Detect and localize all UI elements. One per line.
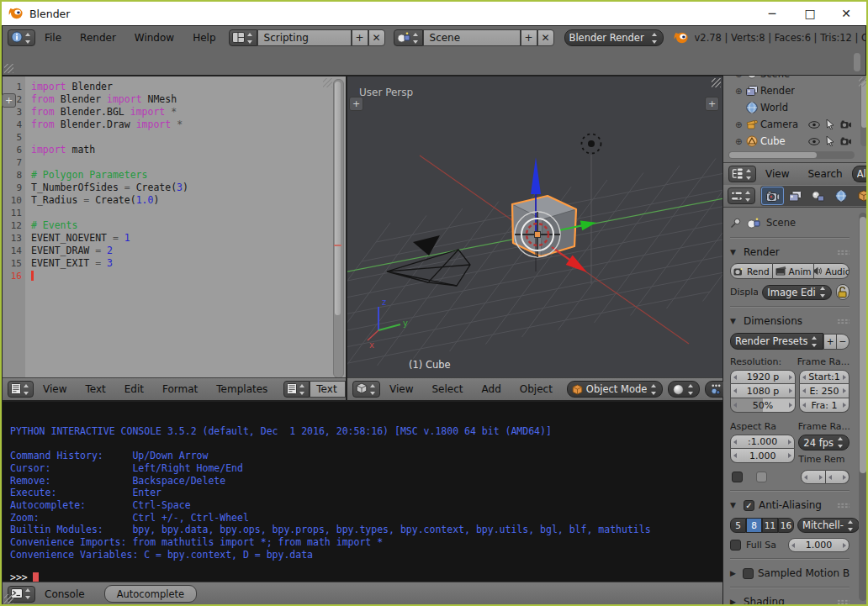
audio-button[interactable]: Audio [814,263,849,279]
tab-render[interactable] [761,187,784,205]
filter-size-field[interactable]: 1.000 [788,538,849,552]
menu-view[interactable]: View [380,383,422,395]
expand-icon[interactable]: ⊕ [735,137,746,146]
code-line[interactable] [31,156,332,169]
text-scrollbar-thumb[interactable] [335,82,341,315]
outliner-row-render[interactable]: ⊕Render [723,82,858,99]
add-layout-button[interactable]: + [352,29,368,46]
expand-icon[interactable]: ⊕ [735,87,746,96]
visibility-toggle-icon[interactable] [808,138,820,145]
aa-filter-dropdown[interactable]: Mitchell- [797,518,860,533]
renderability-toggle-icon[interactable] [840,120,851,129]
minimize-button[interactable]: ─ [754,2,791,25]
antialiasing-checkbox[interactable]: ✓ [744,500,754,511]
aa-sample-16[interactable]: 16 [778,518,794,533]
menu-templates[interactable]: Templates [207,383,277,395]
editor-type-button[interactable] [8,29,35,46]
code-line[interactable]: from Blender import NMesh [31,93,332,106]
frame-rate-dropdown[interactable]: 24 fps [798,435,849,451]
resolution-x-field[interactable]: 1920 p [730,370,796,384]
editor-type-button[interactable] [8,381,34,398]
manipulator-z-arrow[interactable] [531,157,541,194]
panel-grip[interactable] [837,503,849,509]
maximize-button[interactable]: □ [791,2,828,25]
outliner-row-cube[interactable]: ⊕Cube [723,133,858,150]
menu-view[interactable]: View [756,168,798,180]
aspect-x-field[interactable]: :1.000 [730,435,795,449]
lock-interface-button[interactable] [836,284,849,300]
code-line[interactable]: EVENT_EXIT = 3 [31,257,332,270]
crop-checkbox[interactable] [756,472,767,482]
panel-grip[interactable] [837,599,849,605]
area-corner-handle[interactable] [4,594,13,603]
code-line[interactable] [31,270,332,282]
motion-blur-checkbox[interactable] [743,568,754,579]
editor-type-button[interactable] [352,381,380,398]
code-line[interactable] [31,131,332,144]
tab-scene[interactable] [807,187,829,205]
camera-object[interactable] [387,235,470,286]
scene-field[interactable]: Scene [423,29,521,46]
screen-layout-field[interactable]: Scripting [257,29,352,46]
tab-world[interactable] [829,187,852,205]
code-line[interactable]: from Blender.BGL import * [31,106,332,119]
render-presets-dropdown[interactable]: Render Presets [730,333,823,350]
area-corner-handle[interactable] [4,64,13,73]
scene-browse-button[interactable] [394,29,423,46]
add-preset-button[interactable]: + [823,334,836,350]
text-scrollbar[interactable] [333,79,344,378]
code-line[interactable]: T_Radius = Create(1.0) [31,194,332,207]
visibility-toggle-icon[interactable] [808,121,820,129]
manipulator-y-arrow[interactable] [580,220,596,230]
area-corner-handle[interactable] [712,78,721,87]
render-button[interactable]: Rend [730,263,773,279]
properties-region-toggle[interactable]: + [705,97,719,111]
cube-object[interactable] [512,196,576,256]
editor-type-button[interactable] [728,187,755,204]
aspect-y-field[interactable]: 1.000 [730,449,795,463]
code-line[interactable]: # Events [31,219,332,232]
menu-search[interactable]: Search [798,168,851,180]
menu-object[interactable]: Object [511,383,562,395]
code-line[interactable]: import math [31,144,332,156]
expand-icon[interactable]: ⊕ [735,76,746,79]
menu-window[interactable]: Window [125,32,183,44]
remove-preset-button[interactable]: − [837,334,849,350]
render-engine-dropdown[interactable]: Blender Render [564,29,664,46]
panel-header-dimensions[interactable]: ▼ Dimensions [730,314,849,329]
renderability-toggle-icon[interactable] [840,137,851,145]
panel-grip[interactable] [837,250,849,256]
text-sidebar-toggle[interactable]: + [2,93,16,108]
expand-icon[interactable]: ⊕ [735,120,746,129]
selectability-toggle-icon[interactable] [826,136,834,146]
full-sample-checkbox[interactable] [730,540,741,551]
resolution-percentage-slider[interactable]: 50% [730,398,796,413]
area-corner-handle[interactable] [323,78,332,87]
text-datablock-field[interactable]: Text [310,381,346,398]
close-button[interactable]: ✕ [828,2,865,25]
code-line[interactable]: T_NumberOfSides = Create(3) [31,182,332,194]
tab-object[interactable] [852,187,868,205]
menu-select[interactable]: Select [422,383,472,395]
screen-layout-browse-button[interactable] [229,29,257,46]
time-remap-old-field[interactable] [801,470,826,484]
properties-scrollbar[interactable] [859,213,867,601]
info-scrollbar[interactable] [854,53,860,71]
aa-sample-11[interactable]: 11 [762,518,778,533]
text-datablock-browse-button[interactable] [283,381,310,398]
menu-render[interactable]: Render [71,32,125,44]
frame-start-field[interactable]: Start:1 [799,370,849,384]
menu-format[interactable]: Format [153,383,207,395]
animation-button[interactable]: Anim [773,263,815,279]
area-corner-handle[interactable] [859,77,868,87]
menu-help[interactable]: Help [183,32,225,44]
lamp-object[interactable] [582,134,601,154]
outliner-vscrollbar[interactable] [860,79,868,146]
viewport-3d-scene[interactable]: z y x [347,76,722,377]
resolution-y-field[interactable]: 1080 p [730,384,796,398]
panel-header-motion-blur[interactable]: ▶ Sampled Motion Blu [730,566,849,581]
code-line[interactable]: EVENT_DRAW = 2 [31,245,332,257]
toolshelf-toggle[interactable]: + [349,97,363,111]
panel-header-shading[interactable]: ▶ Shading [730,594,849,606]
autocomplete-button[interactable]: Autocomplete [104,585,197,603]
